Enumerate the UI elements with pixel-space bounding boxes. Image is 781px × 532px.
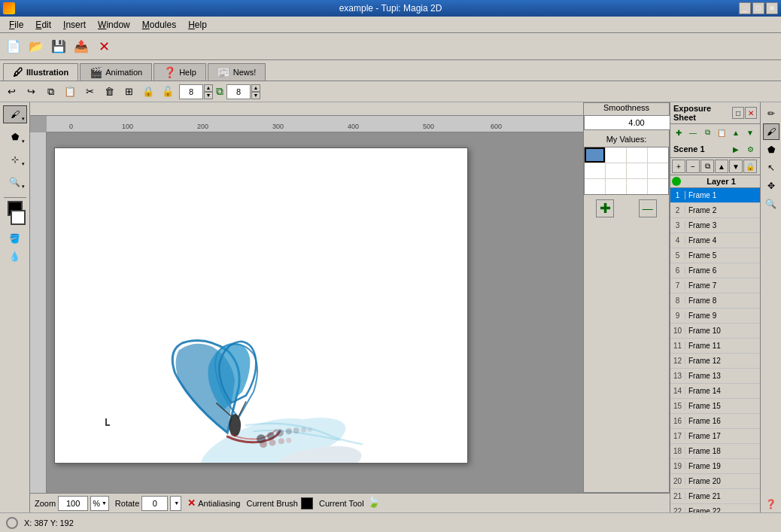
- size-up-button[interactable]: ▲: [204, 84, 213, 92]
- color-cell-10[interactable]: [627, 179, 647, 194]
- color-cell-9[interactable]: [606, 179, 626, 194]
- color-cell-5[interactable]: [606, 163, 626, 178]
- exp-add-button[interactable]: ✚: [672, 126, 685, 139]
- layer-lock-button[interactable]: 🔒: [743, 160, 757, 173]
- exp-paste-button[interactable]: 📋: [715, 126, 728, 139]
- tab-help[interactable]: ❓ Help: [153, 63, 206, 81]
- zoom-input[interactable]: [58, 496, 88, 511]
- frames-list[interactable]: 1 Frame 1 2 Frame 2 3 Frame 3 4 Frame 4: [670, 188, 760, 512]
- remove-color-button[interactable]: —: [639, 199, 657, 217]
- frame-row-12[interactable]: 12 Frame 12: [670, 354, 760, 369]
- frame-row-18[interactable]: 18 Frame 18: [670, 444, 760, 459]
- scene-play-button[interactable]: ▶: [729, 142, 743, 156]
- ricon-zoom[interactable]: 🔍: [763, 196, 779, 212]
- color-cell-2[interactable]: [627, 147, 647, 163]
- frame-row-6[interactable]: 6 Frame 6: [670, 263, 760, 278]
- frame-row-8[interactable]: 8 Frame 8: [670, 293, 760, 309]
- menu-edit[interactable]: Edit: [29, 18, 57, 32]
- select-tool-button[interactable]: ⊹ ▾: [3, 150, 27, 169]
- ricon-brush[interactable]: 🖌: [763, 123, 779, 140]
- tab-animation[interactable]: 🎬 Animation: [80, 63, 152, 81]
- brush-tool-button[interactable]: 🖌 ▾: [3, 105, 27, 123]
- tool-opt-redo[interactable]: ↪: [23, 84, 39, 100]
- color-cell-4[interactable]: [585, 163, 605, 178]
- layer-add-button[interactable]: +: [672, 160, 685, 173]
- exp-copy-button[interactable]: ⧉: [700, 126, 714, 139]
- color-cell-8[interactable]: [585, 179, 605, 194]
- frame-row-3[interactable]: 3 Frame 3: [670, 218, 760, 233]
- background-color[interactable]: [11, 210, 26, 225]
- frame-row-20[interactable]: 20 Frame 20: [670, 474, 760, 489]
- frame-row-22[interactable]: 22 Frame 22: [670, 504, 760, 512]
- frame-row-17[interactable]: 17 Frame 17: [670, 429, 760, 444]
- rotate-input[interactable]: [141, 496, 168, 511]
- layer-down-button[interactable]: ▼: [729, 160, 743, 173]
- rotate-combo[interactable]: [170, 496, 181, 511]
- frame-row-16[interactable]: 16 Frame 16: [670, 414, 760, 429]
- frame-row-13[interactable]: 13 Frame 13: [670, 369, 760, 384]
- frame-row-9[interactable]: 9 Frame 9: [670, 309, 760, 324]
- poly-tool-button[interactable]: ⬟ ▾: [3, 128, 27, 146]
- layer-input[interactable]: 8: [226, 84, 251, 99]
- new-button[interactable]: 📄: [3, 36, 24, 57]
- tool-opt-cut[interactable]: ✂: [81, 84, 98, 100]
- color-cell-11[interactable]: [648, 179, 668, 194]
- frame-row-1[interactable]: 1 Frame 1: [670, 188, 760, 203]
- color-cell-6[interactable]: [627, 163, 647, 178]
- ricon-move[interactable]: ✥: [763, 178, 779, 194]
- size-down-button[interactable]: ▼: [204, 92, 213, 99]
- frame-row-14[interactable]: 14 Frame 14: [670, 384, 760, 399]
- frame-row-10[interactable]: 10 Frame 10: [670, 324, 760, 339]
- color-cell-7[interactable]: [648, 163, 668, 178]
- save-button[interactable]: 💾: [48, 36, 69, 57]
- size-input[interactable]: 8: [179, 84, 203, 99]
- close-doc-button[interactable]: ✕: [93, 36, 114, 57]
- zoom-combo[interactable]: %: [90, 496, 109, 511]
- frame-row-4[interactable]: 4 Frame 4: [670, 233, 760, 248]
- frame-row-11[interactable]: 11 Frame 11: [670, 339, 760, 354]
- color-cell-1[interactable]: [606, 147, 626, 163]
- minimize-button[interactable]: _: [739, 2, 751, 14]
- tool-opt-paste[interactable]: 📋: [62, 84, 78, 100]
- frame-row-15[interactable]: 15 Frame 15: [670, 399, 760, 414]
- export-button[interactable]: 📤: [71, 36, 92, 57]
- layer-up-button[interactable]: ▲: [715, 160, 728, 173]
- tool-opt-unlock[interactable]: 🔓: [160, 84, 176, 100]
- ricon-select[interactable]: ↖: [763, 160, 779, 176]
- menu-window[interactable]: Window: [92, 18, 136, 32]
- zoom-tool-button[interactable]: 🔍 ▾: [3, 173, 27, 191]
- eyedropper-tool[interactable]: 💧: [3, 248, 27, 266]
- expsheet-close-button[interactable]: ✕: [745, 107, 757, 119]
- frame-row-5[interactable]: 5 Frame 5: [670, 248, 760, 263]
- ricon-help[interactable]: ❓: [763, 496, 779, 512]
- frame-row-2[interactable]: 2 Frame 2: [670, 203, 760, 218]
- tool-opt-grid[interactable]: ⊞: [120, 84, 137, 100]
- canvas-drawing-area[interactable]: [54, 147, 468, 464]
- ricon-shape[interactable]: ⬟: [763, 141, 779, 158]
- tab-illustration[interactable]: 🖊 Illustration: [3, 63, 78, 81]
- tool-opt-copy[interactable]: ⧉: [42, 84, 59, 100]
- scene-options-button[interactable]: ⚙: [743, 142, 757, 156]
- tool-opt-lock[interactable]: 🔒: [140, 84, 157, 100]
- color-fill-tool[interactable]: 🪣: [3, 230, 27, 248]
- layer-down-button[interactable]: ▼: [251, 92, 260, 99]
- tool-opt-delete[interactable]: 🗑: [101, 84, 117, 100]
- layer-remove-button[interactable]: −: [686, 160, 700, 173]
- frame-row-7[interactable]: 7 Frame 7: [670, 278, 760, 293]
- color-cell-3[interactable]: [648, 147, 668, 163]
- canvas-viewport[interactable]: [47, 132, 670, 493]
- exp-up-button[interactable]: ▲: [729, 126, 743, 139]
- brush-color-swatch[interactable]: [301, 497, 313, 509]
- frame-row-19[interactable]: 19 Frame 19: [670, 459, 760, 474]
- expsheet-float-button[interactable]: □: [732, 107, 744, 119]
- ricon-pencil[interactable]: ✏: [763, 105, 779, 122]
- layer-copy-button[interactable]: ⧉: [700, 160, 714, 173]
- antialiasing-control[interactable]: ✕ Antialiasing: [187, 497, 240, 509]
- tool-opt-undo[interactable]: ↩: [3, 84, 20, 100]
- menu-file[interactable]: File: [3, 18, 29, 32]
- tab-news[interactable]: 📰 News!: [208, 63, 266, 81]
- menu-modules[interactable]: Modules: [136, 18, 182, 32]
- color-cell-0[interactable]: [585, 147, 605, 163]
- maximize-button[interactable]: □: [752, 2, 764, 14]
- add-color-button[interactable]: ✚: [596, 199, 614, 217]
